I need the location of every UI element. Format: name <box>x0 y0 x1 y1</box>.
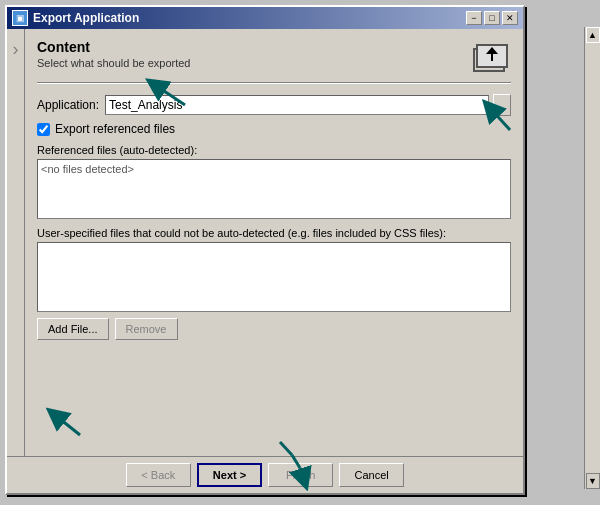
referenced-files-label: Referenced files (auto-detected): <box>37 144 511 156</box>
next-button[interactable]: Next > <box>197 463 262 487</box>
title-bar-left: ▣ Export Application <box>12 10 139 26</box>
application-label: Application: <box>37 98 99 112</box>
window-icon: ▣ <box>12 10 28 26</box>
sidebar-arrow: › <box>13 39 19 60</box>
scrollbar: ▲ ▼ <box>584 27 600 489</box>
export-referenced-label: Export referenced files <box>55 122 175 136</box>
application-field-row: Application: <box>37 94 511 116</box>
scroll-up-button[interactable]: ▲ <box>586 27 600 43</box>
minimize-button[interactable]: − <box>466 11 482 25</box>
cancel-button[interactable]: Cancel <box>339 463 404 487</box>
wizard-layout: › Content Select what should be exported <box>7 29 523 456</box>
browse-button[interactable] <box>493 94 511 116</box>
title-bar: ▣ Export Application − □ ✕ <box>7 7 523 29</box>
add-remove-row: Add File... Remove <box>37 318 511 340</box>
scroll-down-button[interactable]: ▼ <box>586 473 600 489</box>
remove-button[interactable]: Remove <box>115 318 178 340</box>
wizard-sidebar: › <box>7 29 25 456</box>
back-button[interactable]: < Back <box>126 463 191 487</box>
add-file-button[interactable]: Add File... <box>37 318 109 340</box>
export-referenced-row: Export referenced files <box>37 122 511 136</box>
export-application-window: ▣ Export Application − □ ✕ › Content Sel… <box>5 5 525 495</box>
application-input[interactable] <box>105 95 489 115</box>
maximize-button[interactable]: □ <box>484 11 500 25</box>
section-subtitle: Select what should be exported <box>37 57 191 69</box>
export-icon <box>471 39 511 74</box>
main-content: Content Select what should be exported A… <box>25 29 523 456</box>
section-header: Content Select what should be exported <box>37 39 191 77</box>
export-referenced-checkbox[interactable] <box>37 123 50 136</box>
user-files-label: User-specified files that could not be a… <box>37 227 511 239</box>
referenced-files-textarea[interactable]: <no files detected> <box>37 159 511 219</box>
title-buttons: − □ ✕ <box>466 11 518 25</box>
divider <box>37 82 511 84</box>
close-button[interactable]: ✕ <box>502 11 518 25</box>
section-title: Content <box>37 39 191 55</box>
finish-button[interactable]: Finish <box>268 463 333 487</box>
bottom-bar: < Back Next > Finish Cancel <box>7 456 523 493</box>
user-files-textarea[interactable] <box>37 242 511 312</box>
window-title: Export Application <box>33 11 139 25</box>
